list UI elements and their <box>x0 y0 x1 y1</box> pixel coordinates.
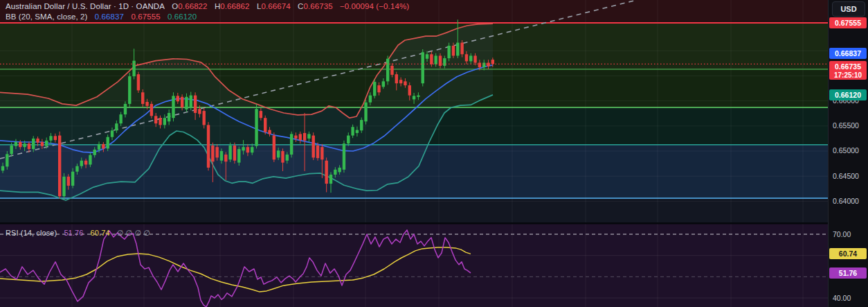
rsi-badge: 51.76 <box>829 267 867 279</box>
currency-toggle-button[interactable]: USD <box>832 1 865 17</box>
ohlc-close-value: 0.66735 <box>303 2 332 10</box>
rsi-ma-value: 60.74 <box>91 229 110 237</box>
candle <box>469 55 472 61</box>
candle <box>426 54 428 59</box>
candle <box>1 166 4 171</box>
candle <box>351 127 354 135</box>
candle <box>10 146 12 154</box>
ohlc-low-value: 0.66674 <box>261 2 290 10</box>
candle <box>460 43 463 55</box>
candle <box>246 147 249 152</box>
candle <box>356 130 359 133</box>
candle <box>286 155 289 161</box>
candle <box>36 139 39 143</box>
candle <box>233 146 236 161</box>
symbol-title[interactable]: Australian Dollar / U.S. Dollar · 1D · O… <box>6 2 165 10</box>
candle <box>242 147 244 150</box>
candle <box>325 161 327 184</box>
candle <box>28 143 30 149</box>
candle <box>98 144 100 150</box>
candle <box>71 172 74 186</box>
candle <box>452 46 455 55</box>
candle <box>145 102 148 106</box>
candle <box>159 118 161 125</box>
bb-basis-value: 0.66837 <box>95 12 124 21</box>
candle <box>89 155 91 165</box>
candle <box>273 136 275 160</box>
candle <box>137 74 140 90</box>
candle <box>417 96 419 97</box>
candle <box>360 120 363 130</box>
candle <box>408 85 411 95</box>
candle <box>382 81 385 87</box>
candle <box>150 104 153 116</box>
candle <box>190 96 192 107</box>
ohlc-high-value: 0.66862 <box>220 2 249 10</box>
candle <box>364 103 367 122</box>
ohlc-open-label: O <box>172 2 178 10</box>
rsi-badge: 60.74 <box>829 248 867 259</box>
price-axis[interactable]: USD 0.660000.655000.650000.645000.640007… <box>828 0 868 307</box>
candle <box>23 143 26 147</box>
candle <box>307 134 310 139</box>
candle <box>119 114 122 123</box>
rsi-indicator-legend[interactable]: RSI (14, close) 51.76 60.74 ∅ ∅ ∅ ∅ <box>6 229 150 238</box>
candle <box>399 80 402 83</box>
rsi-label[interactable]: RSI (14, close) <box>6 229 57 237</box>
price-tick-label: 0.65500 <box>833 121 859 130</box>
ohlc-open-value: 0.66822 <box>178 2 207 10</box>
pane-separator <box>0 222 868 225</box>
candle <box>32 139 35 149</box>
candle <box>334 170 336 175</box>
candle <box>124 104 127 114</box>
candle <box>168 113 170 121</box>
candle <box>237 149 240 163</box>
candle <box>255 109 257 146</box>
candle <box>373 82 376 96</box>
candle <box>102 144 105 149</box>
candle <box>75 166 78 172</box>
candle <box>84 161 87 165</box>
bb-label[interactable]: BB (20, SMA, close, 2) <box>6 12 88 21</box>
rsi-empty-values: ∅ ∅ ∅ ∅ <box>117 229 150 237</box>
candle <box>163 118 166 125</box>
candle <box>62 177 65 196</box>
candle <box>478 63 481 68</box>
ohlc-change-value: −0.00094 (−0.14%) <box>340 2 409 10</box>
candle <box>277 150 280 157</box>
candle <box>251 147 253 152</box>
candle <box>80 161 83 166</box>
candle <box>185 97 188 109</box>
chart-canvas[interactable] <box>0 0 868 307</box>
candle <box>386 59 389 82</box>
candle <box>491 60 494 64</box>
candle <box>290 134 293 155</box>
candle <box>422 52 424 83</box>
candle <box>215 147 218 157</box>
price-badge: 0.66837 <box>829 48 867 59</box>
candle <box>106 137 109 149</box>
candle <box>443 58 446 66</box>
candle <box>395 74 398 83</box>
candle <box>41 142 44 146</box>
candle <box>312 136 315 158</box>
bb-indicator-legend[interactable]: BB (20, SMA, close, 2) 0.66837 0.67555 0… <box>6 12 197 21</box>
candle <box>465 54 468 61</box>
candle <box>482 63 485 68</box>
symbol-legend[interactable]: Australian Dollar / U.S. Dollar · 1D · O… <box>6 2 409 10</box>
candle <box>434 55 437 64</box>
candle <box>203 111 206 125</box>
candle <box>228 146 231 159</box>
candle <box>111 130 114 137</box>
rsi-tick-label: 40.00 <box>833 294 851 302</box>
price-tick-label: 0.64000 <box>833 197 859 205</box>
candle <box>211 146 214 161</box>
candle <box>54 136 57 140</box>
price-badge: 0.66120 <box>829 89 867 100</box>
candle <box>303 133 306 141</box>
candle <box>207 125 210 168</box>
price-badge: 0.67555 <box>829 17 867 28</box>
candle <box>45 141 48 146</box>
candle <box>132 61 135 76</box>
price-tick-label: 0.65000 <box>833 146 859 155</box>
